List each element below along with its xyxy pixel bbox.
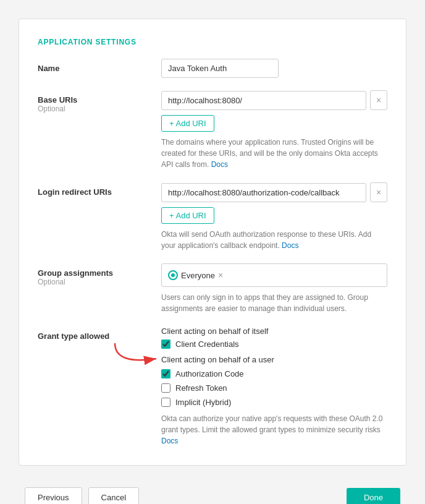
base-uris-row: Base URIs Optional × + Add URI The domai… [38, 90, 387, 170]
done-button[interactable]: Done [347, 488, 400, 504]
login-redirect-help: Okta will send OAuth authorization respo… [161, 229, 387, 251]
implicit-hybrid-checkbox[interactable] [161, 398, 170, 407]
grant-docs-link[interactable]: Docs [161, 437, 178, 445]
add-base-uri-label: + Add URI [169, 119, 206, 128]
base-uri-input-row: × [161, 90, 387, 110]
clear-icon: × [376, 95, 381, 105]
name-content-col [161, 59, 387, 78]
login-redirect-clear-button[interactable]: × [370, 182, 387, 202]
refresh-token-row: Refresh Token [161, 383, 387, 393]
base-uris-docs-link[interactable]: Docs [211, 160, 228, 169]
name-row: Name [38, 59, 387, 78]
group-assignments-help: Users can only sign in to apps that they… [161, 292, 387, 314]
grant-type-label: Grant type allowed [38, 331, 161, 341]
login-redirect-row: Login redirect URIs × + Add URI Okta wil… [38, 182, 387, 251]
refresh-token-checkbox[interactable] [161, 383, 170, 393]
implicit-hybrid-label: Implicit (Hybrid) [175, 398, 231, 407]
base-uri-input[interactable] [161, 91, 366, 110]
base-uri-clear-button[interactable]: × [370, 90, 387, 110]
login-redirect-label: Login redirect URIs [38, 187, 161, 197]
grant-user-acting-label: Client acting on behalf of a user [161, 355, 387, 364]
client-credentials-checkbox[interactable] [161, 340, 170, 349]
login-redirect-input[interactable] [161, 183, 366, 202]
bottom-bar-left: Previous Cancel [25, 487, 139, 504]
grant-type-row: Grant type allowed Client acting on beha… [38, 327, 387, 446]
add-redirect-uri-label: + Add URI [169, 211, 206, 220]
name-label-col: Name [38, 59, 161, 73]
login-redirect-docs-link[interactable]: Docs [282, 241, 298, 250]
add-redirect-uri-button[interactable]: + Add URI [161, 207, 214, 224]
name-label: Name [38, 64, 161, 73]
cancel-button[interactable]: Cancel [88, 487, 139, 504]
group-assignments-label-col: Group assignments Optional [38, 263, 161, 286]
login-redirect-input-row: × [161, 182, 387, 202]
client-credentials-row: Client Credentials [161, 340, 387, 349]
client-credentials-label: Client Credentials [175, 340, 239, 349]
base-uris-label-col: Base URIs Optional [38, 90, 161, 113]
base-uris-content-col: × + Add URI The domains where your appli… [161, 90, 387, 170]
everyone-group-label: Everyone [181, 271, 215, 280]
refresh-token-label: Refresh Token [175, 383, 227, 393]
bottom-bar: Previous Cancel Done [19, 478, 406, 504]
base-uris-optional: Optional [38, 105, 161, 113]
grant-type-content-col: Client acting on behalf of itself Client… [161, 327, 387, 446]
authorization-code-label: Authorization Code [175, 369, 244, 378]
red-arrow-icon [112, 340, 161, 371]
arrow-container [112, 340, 161, 374]
section-title: APPLICATION SETTINGS [38, 38, 387, 46]
everyone-group-remove[interactable]: × [218, 271, 223, 280]
login-redirect-content-col: × + Add URI Okta will send OAuth authori… [161, 182, 387, 251]
grant-client-acting-label: Client acting on behalf of itself [161, 327, 387, 336]
login-redirect-label-col: Login redirect URIs [38, 182, 161, 197]
authorization-code-row: Authorization Code [161, 369, 387, 378]
group-assignments-label: Group assignments [38, 268, 161, 278]
base-uris-label: Base URIs [38, 95, 161, 105]
group-assignments-row: Group assignments Optional Everyone × Us… [38, 263, 387, 314]
clear-icon-2: × [376, 187, 381, 197]
grant-help: Okta can authorize your native app's req… [161, 413, 387, 446]
add-base-uri-button[interactable]: + Add URI [161, 115, 214, 132]
page-wrapper: APPLICATION SETTINGS Name Base URIs Opti… [12, 12, 413, 504]
everyone-group-icon [168, 270, 178, 280]
authorization-code-checkbox[interactable] [161, 369, 170, 378]
implicit-hybrid-row: Implicit (Hybrid) [161, 398, 387, 407]
everyone-group-pill: Everyone × [168, 270, 223, 280]
previous-button[interactable]: Previous [25, 487, 82, 504]
group-assignments-content-col: Everyone × Users can only sign in to app… [161, 263, 387, 314]
settings-card: APPLICATION SETTINGS Name Base URIs Opti… [19, 19, 406, 466]
name-input[interactable] [161, 59, 279, 78]
group-pill-container: Everyone × [161, 263, 387, 287]
base-uris-help: The domains where your application runs.… [161, 137, 387, 170]
group-assignments-optional: Optional [38, 278, 161, 286]
